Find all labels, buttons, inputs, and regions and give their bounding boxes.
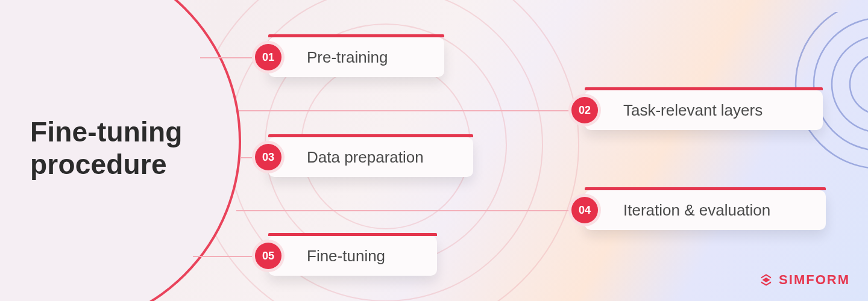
brand-logo: SIMFORM (758, 272, 850, 288)
step-5-card: Fine-tuning (268, 236, 437, 276)
step-4-number: 04 (571, 197, 598, 223)
connector-step-4 (236, 210, 576, 211)
page-title-line2: procedure (30, 149, 167, 180)
step-2-card: Task-relevant layers (585, 90, 823, 130)
step-4: Iteration & evaluation 04 (585, 190, 826, 230)
step-3-number: 03 (255, 144, 281, 170)
brand-mark-icon (758, 272, 774, 288)
step-4-label: Iteration & evaluation (623, 201, 770, 220)
svg-point-5 (832, 36, 868, 132)
step-2: Task-relevant layers 02 (585, 90, 823, 130)
step-1-number: 01 (255, 44, 281, 70)
connector-step-1 (200, 57, 260, 58)
page-title-line1: Fine-tuning (30, 116, 183, 147)
step-2-label: Task-relevant layers (623, 101, 763, 120)
step-1: Pre-training 01 (268, 37, 444, 77)
connector-step-2 (239, 110, 576, 111)
svg-point-6 (814, 18, 868, 150)
step-4-card: Iteration & evaluation (585, 190, 826, 230)
step-1-label: Pre-training (307, 48, 388, 67)
step-3-label: Data preparation (307, 148, 424, 167)
step-1-card: Pre-training (268, 37, 444, 77)
brand-text: SIMFORM (779, 272, 850, 288)
step-3-card: Data preparation (268, 137, 473, 177)
step-3: Data preparation 03 (268, 137, 473, 177)
page-title: Fine-tuning procedure (30, 116, 183, 181)
connector-step-5 (193, 256, 260, 257)
svg-point-4 (850, 54, 868, 114)
step-5-number: 05 (255, 243, 281, 269)
step-5-label: Fine-tuning (307, 247, 385, 265)
step-2-number: 02 (571, 97, 598, 123)
step-5: Fine-tuning 05 (268, 236, 437, 276)
